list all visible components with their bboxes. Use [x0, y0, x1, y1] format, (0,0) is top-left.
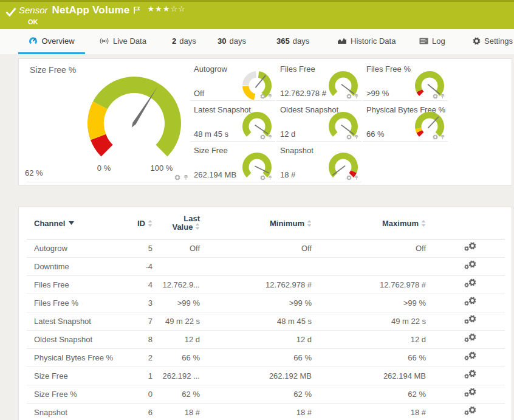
pin-icon[interactable] — [267, 172, 273, 183]
tab-settings[interactable]: Settings — [473, 29, 513, 52]
channel-settings-icon[interactable] — [464, 260, 476, 271]
tab-overview[interactable]: Overview — [18, 29, 85, 52]
gauge-settings-icon[interactable] — [260, 91, 266, 102]
flag-icon[interactable] — [134, 5, 140, 16]
channel-name[interactable]: Latest Snapshot — [27, 317, 118, 326]
gauge-value: 48 m 45 s — [194, 129, 228, 139]
column-header-maximum[interactable]: Maximum — [312, 219, 426, 228]
channel-id: -4 — [118, 262, 152, 271]
channel-settings-icon[interactable] — [464, 242, 476, 253]
channel-name[interactable]: Autogrow — [27, 244, 118, 253]
channel-settings-icon[interactable] — [464, 351, 476, 362]
tab-label: days — [229, 36, 245, 46]
channel-settings-icon[interactable] — [464, 297, 476, 308]
gauge-settings-icon[interactable] — [346, 131, 352, 142]
channel-name[interactable]: Snapshot — [27, 408, 118, 417]
column-header-channel[interactable]: Channel — [27, 219, 118, 228]
tab-30-days[interactable]: 30days — [218, 29, 246, 52]
channel-settings-icon[interactable] — [464, 333, 476, 344]
gauge-settings-icon[interactable] — [433, 131, 438, 142]
channel-minimum: Off — [200, 244, 312, 253]
channel-settings-icon[interactable] — [464, 315, 476, 326]
gauge-settings-icon[interactable] — [260, 131, 266, 142]
pin-icon[interactable] — [440, 91, 445, 102]
tab-log[interactable]: Log — [419, 29, 445, 52]
pin-icon[interactable] — [440, 131, 445, 142]
tab-number: 30 — [218, 36, 226, 46]
channel-maximum: 62 % — [312, 390, 426, 399]
channel-last-value: 12.762.9... — [152, 280, 200, 289]
channel-name[interactable]: Files Free % — [27, 298, 118, 308]
tab-label: days — [293, 36, 309, 46]
channel-id: 5 — [118, 244, 152, 253]
channel-settings-icon[interactable] — [464, 406, 476, 417]
channel-name[interactable]: Physical Bytes Free % — [27, 353, 118, 362]
channel-minimum: 66 % — [200, 353, 312, 362]
channel-minimum: 18 # — [200, 408, 312, 417]
page-content: Size Free % 0 % 100 % 62 % AutogrowOffFi… — [0, 54, 514, 420]
gauge-value: 18 # — [280, 170, 295, 179]
pin-icon[interactable] — [354, 172, 359, 183]
channel-row-latest-snapshot: Latest Snapshot749 m 22 s48 m 45 s49 m 2… — [27, 312, 505, 331]
channel-name[interactable]: Files Free — [27, 280, 118, 289]
channel-id: 7 — [118, 317, 152, 326]
priority-stars[interactable]: ★★★☆☆ — [147, 4, 185, 13]
tab-historic-data[interactable]: Historic Data — [337, 29, 396, 52]
gauge-cell-files-free-: Files Free %>99 % — [363, 60, 448, 101]
tab-live-data[interactable]: Live Data — [99, 29, 146, 52]
channel-name[interactable]: Size Free — [27, 371, 118, 380]
big-gauge-max-label: 100 % — [148, 164, 175, 173]
gauge-settings-icon[interactable] — [346, 91, 352, 102]
pin-icon[interactable] — [354, 91, 359, 102]
channel-id: 2 — [118, 353, 152, 362]
channel-minimum: 62 % — [200, 390, 312, 399]
sensor-name: NetApp Volume — [52, 4, 130, 16]
channel-id: 0 — [118, 390, 152, 399]
gauge-cell-files-free: Files Free12.762.978 # — [276, 60, 362, 101]
channel-maximum: Off — [312, 244, 426, 253]
pin-icon[interactable] — [267, 91, 273, 102]
tab-365-days[interactable]: 365days — [276, 29, 309, 52]
channel-name[interactable]: Size Free % — [27, 390, 118, 399]
column-label: Channel — [34, 219, 65, 228]
sensor-type-label: Sensor — [19, 5, 48, 15]
channel-last-value: 62 % — [152, 390, 200, 399]
gauge-cell-latest-snapshot: Latest Snapshot48 m 45 s — [190, 101, 275, 142]
gauge-cell-oldest-snapshot: Oldest Snapshot12 d — [276, 101, 362, 142]
channel-last-value: 18 # — [152, 408, 200, 417]
channel-settings-icon[interactable] — [464, 388, 476, 399]
channel-name[interactable]: Downtime — [27, 262, 118, 271]
channel-row-physical-bytes-free-: Physical Bytes Free %266 %66 %66 % — [27, 349, 505, 367]
column-header-id[interactable]: ID — [118, 219, 152, 228]
channel-maximum: >99 % — [312, 298, 426, 308]
gauge-settings-icon[interactable] — [433, 91, 438, 102]
channel-settings-icon[interactable] — [464, 278, 476, 289]
channel-minimum: 12.762.978 # — [200, 280, 312, 289]
column-label: Minimum — [270, 219, 304, 228]
gauge-settings-icon[interactable] — [346, 172, 352, 183]
gauge-value: >99 % — [366, 89, 389, 98]
tab-label: Historic Data — [351, 36, 396, 46]
gauge-value: 66 % — [366, 129, 385, 139]
channel-id: 6 — [118, 408, 152, 417]
pin-icon[interactable] — [354, 131, 359, 142]
channel-row-files-free: Files Free412.762.9...12.762.978 #12.762… — [27, 276, 505, 294]
channel-minimum: 262.192 MB — [200, 371, 312, 380]
channel-maximum: 49 m 22 s — [312, 317, 426, 326]
channel-last-value: 12 d — [152, 335, 200, 344]
channel-maximum: 12.762.978 # — [312, 280, 426, 289]
channel-row-oldest-snapshot: Oldest Snapshot812 d12 d12 d — [27, 331, 505, 349]
tab-2-days[interactable]: 2days — [172, 29, 196, 52]
channel-last-value: 66 % — [152, 353, 200, 362]
column-header-last-value[interactable]: LastValue — [152, 215, 200, 232]
sensor-status-bar: Sensor NetApp Volume ★★★☆☆ OK — [0, 0, 514, 29]
pin-icon[interactable] — [267, 131, 273, 142]
gauge-settings-icon[interactable] — [260, 172, 266, 183]
channel-name[interactable]: Oldest Snapshot — [27, 335, 118, 344]
tab-number: 365 — [276, 36, 290, 46]
channel-table: ChannelIDLastValue MinimumMaximum Autogr… — [18, 207, 512, 420]
gauge-label: Files Free % — [366, 64, 411, 74]
gauge-cell-autogrow: AutogrowOff — [190, 60, 275, 101]
column-header-minimum[interactable]: Minimum — [200, 219, 312, 228]
channel-settings-icon[interactable] — [464, 370, 476, 380]
